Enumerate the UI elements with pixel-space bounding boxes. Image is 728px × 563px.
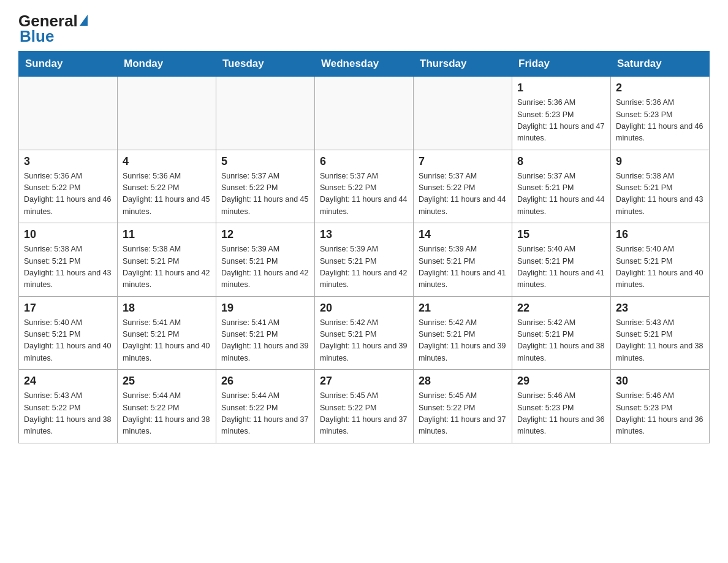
week-row-2: 3Sunrise: 5:36 AMSunset: 5:22 PMDaylight… (19, 150, 710, 223)
day-info: Sunrise: 5:46 AMSunset: 5:23 PMDaylight:… (616, 390, 704, 438)
day-number: 22 (517, 302, 605, 315)
calendar-cell: 18Sunrise: 5:41 AMSunset: 5:21 PMDayligh… (118, 296, 216, 370)
day-number: 6 (320, 155, 408, 168)
calendar-cell: 7Sunrise: 5:37 AMSunset: 5:22 PMDaylight… (414, 150, 512, 223)
day-info: Sunrise: 5:37 AMSunset: 5:22 PMDaylight:… (221, 170, 309, 218)
day-info: Sunrise: 5:46 AMSunset: 5:23 PMDaylight:… (517, 390, 605, 438)
day-number: 26 (221, 375, 309, 388)
day-number: 25 (123, 375, 211, 388)
day-number: 3 (24, 155, 112, 168)
day-info: Sunrise: 5:40 AMSunset: 5:21 PMDaylight:… (517, 243, 605, 291)
calendar-cell (118, 77, 216, 150)
week-row-1: 1Sunrise: 5:36 AMSunset: 5:23 PMDaylight… (19, 77, 710, 150)
header-monday: Monday (118, 52, 216, 77)
day-info: Sunrise: 5:44 AMSunset: 5:22 PMDaylight:… (221, 390, 309, 438)
calendar-cell: 12Sunrise: 5:39 AMSunset: 5:21 PMDayligh… (216, 223, 315, 297)
day-info: Sunrise: 5:36 AMSunset: 5:23 PMDaylight:… (517, 97, 605, 145)
day-number: 8 (517, 155, 605, 168)
calendar-table: SundayMondayTuesdayWednesdayThursdayFrid… (18, 51, 710, 443)
day-number: 2 (616, 82, 704, 94)
week-row-4: 17Sunrise: 5:40 AMSunset: 5:21 PMDayligh… (19, 296, 710, 370)
calendar-cell: 23Sunrise: 5:43 AMSunset: 5:21 PMDayligh… (611, 296, 710, 370)
day-info: Sunrise: 5:42 AMSunset: 5:21 PMDaylight:… (419, 317, 507, 365)
day-number: 5 (221, 155, 309, 168)
day-info: Sunrise: 5:36 AMSunset: 5:23 PMDaylight:… (616, 97, 704, 145)
day-info: Sunrise: 5:39 AMSunset: 5:21 PMDaylight:… (320, 243, 408, 291)
day-info: Sunrise: 5:38 AMSunset: 5:21 PMDaylight:… (24, 243, 112, 291)
calendar-cell (414, 77, 512, 150)
day-info: Sunrise: 5:36 AMSunset: 5:22 PMDaylight:… (24, 170, 112, 218)
calendar-cell: 20Sunrise: 5:42 AMSunset: 5:21 PMDayligh… (315, 296, 414, 370)
calendar-cell: 1Sunrise: 5:36 AMSunset: 5:23 PMDaylight… (512, 77, 611, 150)
day-info: Sunrise: 5:38 AMSunset: 5:21 PMDaylight:… (616, 170, 704, 218)
day-info: Sunrise: 5:37 AMSunset: 5:22 PMDaylight:… (419, 170, 507, 218)
day-info: Sunrise: 5:44 AMSunset: 5:22 PMDaylight:… (123, 390, 211, 438)
calendar-cell (216, 77, 315, 150)
logo-text-blue: Blue (20, 28, 54, 45)
day-number: 20 (320, 302, 408, 315)
calendar-cell: 29Sunrise: 5:46 AMSunset: 5:23 PMDayligh… (512, 370, 611, 443)
calendar-cell: 11Sunrise: 5:38 AMSunset: 5:21 PMDayligh… (118, 223, 216, 297)
calendar-cell: 17Sunrise: 5:40 AMSunset: 5:21 PMDayligh… (19, 296, 118, 370)
day-number: 29 (517, 375, 605, 388)
day-number: 7 (419, 155, 507, 168)
day-number: 21 (419, 302, 507, 315)
day-info: Sunrise: 5:43 AMSunset: 5:21 PMDaylight:… (616, 317, 704, 365)
calendar-cell: 26Sunrise: 5:44 AMSunset: 5:22 PMDayligh… (216, 370, 315, 443)
header-saturday: Saturday (611, 52, 710, 77)
day-number: 23 (616, 302, 704, 315)
day-number: 15 (517, 228, 605, 241)
day-number: 24 (24, 375, 112, 388)
calendar-cell: 13Sunrise: 5:39 AMSunset: 5:21 PMDayligh… (315, 223, 414, 297)
day-number: 11 (123, 228, 211, 241)
day-number: 14 (419, 228, 507, 241)
day-number: 16 (616, 228, 704, 241)
calendar-cell: 8Sunrise: 5:37 AMSunset: 5:21 PMDaylight… (512, 150, 611, 223)
page-header: General Blue (18, 12, 710, 45)
day-number: 13 (320, 228, 408, 241)
day-info: Sunrise: 5:38 AMSunset: 5:21 PMDaylight:… (123, 243, 211, 291)
day-number: 9 (616, 155, 704, 168)
day-info: Sunrise: 5:39 AMSunset: 5:21 PMDaylight:… (221, 243, 309, 291)
header-wednesday: Wednesday (315, 52, 414, 77)
day-info: Sunrise: 5:45 AMSunset: 5:22 PMDaylight:… (419, 390, 507, 438)
calendar-cell: 4Sunrise: 5:36 AMSunset: 5:22 PMDaylight… (118, 150, 216, 223)
day-number: 18 (123, 302, 211, 315)
day-info: Sunrise: 5:37 AMSunset: 5:21 PMDaylight:… (517, 170, 605, 218)
header-sunday: Sunday (19, 52, 118, 77)
day-info: Sunrise: 5:40 AMSunset: 5:21 PMDaylight:… (24, 317, 112, 365)
calendar-cell: 27Sunrise: 5:45 AMSunset: 5:22 PMDayligh… (315, 370, 414, 443)
day-info: Sunrise: 5:45 AMSunset: 5:22 PMDaylight:… (320, 390, 408, 438)
calendar-cell: 19Sunrise: 5:41 AMSunset: 5:21 PMDayligh… (216, 296, 315, 370)
day-number: 27 (320, 375, 408, 388)
logo-triangle-icon (80, 15, 88, 26)
day-info: Sunrise: 5:40 AMSunset: 5:21 PMDaylight:… (616, 243, 704, 291)
day-info: Sunrise: 5:36 AMSunset: 5:22 PMDaylight:… (123, 170, 211, 218)
calendar-header-row: SundayMondayTuesdayWednesdayThursdayFrid… (19, 52, 710, 77)
calendar-cell (19, 77, 118, 150)
calendar-cell: 5Sunrise: 5:37 AMSunset: 5:22 PMDaylight… (216, 150, 315, 223)
day-info: Sunrise: 5:42 AMSunset: 5:21 PMDaylight:… (320, 317, 408, 365)
calendar-cell: 22Sunrise: 5:42 AMSunset: 5:21 PMDayligh… (512, 296, 611, 370)
day-number: 30 (616, 375, 704, 388)
calendar-cell: 9Sunrise: 5:38 AMSunset: 5:21 PMDaylight… (611, 150, 710, 223)
day-number: 4 (123, 155, 211, 168)
calendar-cell (315, 77, 414, 150)
calendar-cell: 25Sunrise: 5:44 AMSunset: 5:22 PMDayligh… (118, 370, 216, 443)
calendar-cell: 3Sunrise: 5:36 AMSunset: 5:22 PMDaylight… (19, 150, 118, 223)
day-number: 28 (419, 375, 507, 388)
header-thursday: Thursday (414, 52, 512, 77)
calendar-cell: 10Sunrise: 5:38 AMSunset: 5:21 PMDayligh… (19, 223, 118, 297)
calendar-cell: 21Sunrise: 5:42 AMSunset: 5:21 PMDayligh… (414, 296, 512, 370)
week-row-3: 10Sunrise: 5:38 AMSunset: 5:21 PMDayligh… (19, 223, 710, 297)
calendar-cell: 6Sunrise: 5:37 AMSunset: 5:22 PMDaylight… (315, 150, 414, 223)
calendar-cell: 14Sunrise: 5:39 AMSunset: 5:21 PMDayligh… (414, 223, 512, 297)
week-row-5: 24Sunrise: 5:43 AMSunset: 5:22 PMDayligh… (19, 370, 710, 443)
day-info: Sunrise: 5:39 AMSunset: 5:21 PMDaylight:… (419, 243, 507, 291)
logo: General Blue (18, 12, 88, 45)
calendar-cell: 15Sunrise: 5:40 AMSunset: 5:21 PMDayligh… (512, 223, 611, 297)
day-info: Sunrise: 5:37 AMSunset: 5:22 PMDaylight:… (320, 170, 408, 218)
day-number: 12 (221, 228, 309, 241)
day-info: Sunrise: 5:43 AMSunset: 5:22 PMDaylight:… (24, 390, 112, 438)
day-info: Sunrise: 5:41 AMSunset: 5:21 PMDaylight:… (221, 317, 309, 365)
